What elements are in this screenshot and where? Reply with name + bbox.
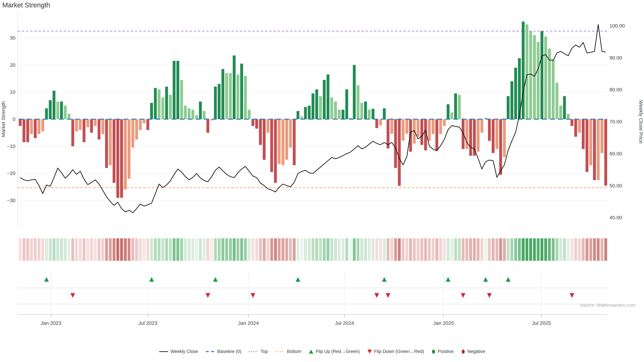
strength-bar xyxy=(480,119,483,133)
strength-bar xyxy=(30,119,33,134)
strength-bar xyxy=(435,119,438,150)
strength-bar xyxy=(188,108,190,119)
left-axis-tick-label: 30 xyxy=(10,35,16,40)
circle-icon xyxy=(431,350,436,354)
strength-bar xyxy=(409,119,412,152)
right-axis-tick-label: 90.00 xyxy=(610,55,622,60)
strength-bar xyxy=(94,119,97,126)
heatmap-cell xyxy=(293,238,296,261)
strength-bar xyxy=(135,119,138,139)
strength-bar xyxy=(405,119,408,134)
strength-bar xyxy=(466,119,468,149)
flip-down-marker xyxy=(250,293,255,298)
heatmap-cell xyxy=(398,238,401,261)
x-tick-label: Jan 2024 xyxy=(238,320,258,326)
strength-bar xyxy=(375,119,378,128)
strength-bar xyxy=(252,119,254,126)
heatmap-cell xyxy=(158,238,160,261)
strength-bar xyxy=(60,102,63,119)
heatmap-cell xyxy=(173,238,176,261)
heatmap-cell xyxy=(360,238,363,261)
heatmap-cell xyxy=(308,238,310,261)
strength-bar xyxy=(319,96,322,119)
heatmap-cell xyxy=(330,238,333,261)
legend-item-negative: Negative xyxy=(461,349,485,354)
flip-up-marker xyxy=(506,277,510,282)
strength-bar xyxy=(574,119,577,137)
strength-bar xyxy=(589,119,592,165)
strength-bar xyxy=(510,81,513,119)
legend-label: Positive xyxy=(438,349,454,354)
heatmap-cell xyxy=(263,238,266,261)
strength-bar xyxy=(124,119,127,190)
legend-item-flip-up: Flip Up (Red→Green) xyxy=(308,349,360,354)
heatmap-cell xyxy=(90,238,93,261)
legend-label: Flip Up (Red→Green) xyxy=(316,349,360,354)
dashed-line-icon xyxy=(206,351,215,353)
strength-bar xyxy=(477,119,480,152)
heatmap-cell xyxy=(214,238,217,261)
heatmap-cell xyxy=(229,238,232,261)
heatmap-cell xyxy=(458,238,461,261)
heatmap-cell xyxy=(68,238,70,261)
legend-label: Weekly Close xyxy=(170,349,198,354)
right-axis-tick-label: 70.00 xyxy=(610,119,622,124)
heatmap-cell xyxy=(82,238,85,261)
strength-bar xyxy=(233,55,236,119)
strength-bar xyxy=(473,119,476,156)
heatmap-cell xyxy=(191,238,194,261)
strength-bar xyxy=(199,102,202,119)
strength-bar xyxy=(222,69,224,119)
strength-bar xyxy=(507,96,510,119)
heatmap-cell xyxy=(282,238,284,261)
strength-bar xyxy=(439,119,442,134)
strength-bar xyxy=(394,119,397,168)
heatmap-cell xyxy=(203,238,206,261)
x-tick-label: Jan 2023 xyxy=(40,320,61,326)
line-icon xyxy=(159,351,168,353)
heatmap-cell xyxy=(510,238,513,261)
left-axis-tick-label: 10 xyxy=(10,89,16,95)
strength-bar xyxy=(244,76,247,119)
heatmap-cell xyxy=(356,238,360,261)
heatmap-cell xyxy=(105,238,108,261)
heatmap-cell xyxy=(255,238,258,261)
heatmap-cell xyxy=(420,238,423,261)
strength-bar xyxy=(604,119,607,186)
heatmap-cell xyxy=(210,238,213,261)
heatmap-cell xyxy=(49,238,52,261)
heatmap-cell xyxy=(586,238,588,261)
strength-bar xyxy=(101,119,104,134)
market-strength-chart: 3020100−10−20−30100.0090.0080.0070.0060.… xyxy=(0,0,644,362)
strength-bar xyxy=(514,68,517,119)
right-axis-tick-label: 50.00 xyxy=(610,183,622,188)
triangle-up-icon xyxy=(308,349,314,354)
strength-bar xyxy=(259,119,262,145)
heatmap-cell xyxy=(563,238,566,261)
heatmap-cell xyxy=(285,238,288,261)
strength-bar xyxy=(214,87,217,119)
strength-bar xyxy=(71,119,74,146)
heatmap-cell xyxy=(218,238,220,261)
heatmap-cell xyxy=(503,238,506,261)
heatmap-cell xyxy=(570,238,574,261)
strength-bar xyxy=(113,119,116,183)
heatmap-cell xyxy=(394,238,397,261)
flip-up-marker xyxy=(213,277,218,282)
strength-bar xyxy=(462,119,464,149)
strength-bar xyxy=(150,103,153,119)
strength-bar xyxy=(82,119,85,142)
strength-bar xyxy=(308,106,310,119)
heatmap-cell xyxy=(60,238,63,261)
left-axis-tick-label: −10 xyxy=(7,143,16,149)
right-axis-tick-label: 40.00 xyxy=(610,215,622,220)
legend-label: Top xyxy=(260,349,268,354)
strength-bar xyxy=(334,102,337,119)
strength-bar xyxy=(446,104,450,119)
heatmap-cell xyxy=(435,238,438,261)
heatmap-cell xyxy=(600,238,604,261)
strength-bar xyxy=(206,119,209,133)
strength-bar xyxy=(345,89,348,119)
heatmap-cell xyxy=(120,238,123,261)
legend-item-weekly-close: Weekly Close xyxy=(159,349,198,354)
